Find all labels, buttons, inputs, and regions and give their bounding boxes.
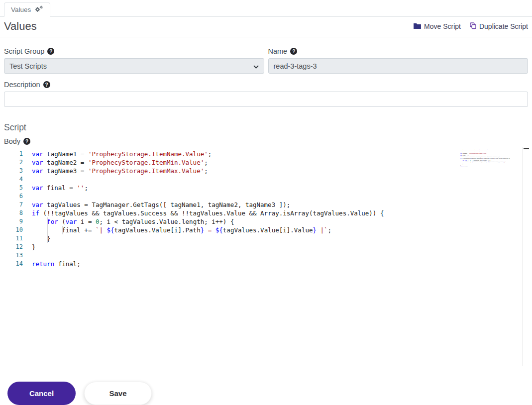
- line-number: 14: [4, 260, 23, 268]
- indent-guide: [62, 226, 63, 234]
- line-number: 9: [4, 217, 23, 226]
- script-group-field: Script Group ? Test Scripts: [4, 47, 264, 74]
- cogs-icon: [35, 5, 43, 14]
- code-editor[interactable]: 1var tagName1 = 'ProphecyStorage.ItemNam…: [4, 147, 530, 366]
- line-number: 13: [4, 251, 23, 260]
- code-line[interactable]: 4: [4, 175, 530, 184]
- description-input[interactable]: [4, 92, 528, 107]
- code-line[interactable]: 6: [4, 192, 530, 201]
- line-number: 4: [4, 175, 23, 184]
- body-label: Body: [4, 137, 20, 145]
- page-title: Values: [4, 20, 37, 33]
- tab-values[interactable]: Values: [4, 2, 50, 17]
- editor-minimap[interactable]: var tagName1 = 'ProphecyStorage.ItemName…: [460, 149, 510, 269]
- name-input[interactable]: [268, 58, 529, 74]
- code-line[interactable]: 13: [4, 251, 530, 260]
- line-number: 5: [4, 184, 23, 192]
- script-group-label-row: Script Group ?: [4, 47, 264, 55]
- code-line[interactable]: 2var tagName2 = 'ProphecyStorage.ItemMin…: [4, 158, 530, 167]
- tab-bar: Values: [0, 0, 532, 17]
- body-label-row: Body ?: [4, 137, 528, 145]
- help-icon[interactable]: ?: [290, 48, 297, 55]
- script-group-select[interactable]: Test Scripts: [4, 58, 264, 74]
- description-label-row: Description ?: [4, 81, 528, 89]
- code-line[interactable]: 12}: [4, 243, 530, 251]
- header-actions: Move Script Duplicate Script: [414, 22, 528, 31]
- page-header: Values Move Script Duplicate Script: [0, 17, 532, 37]
- duplicate-script-label: Duplicate Script: [479, 22, 528, 30]
- name-label-row: Name ?: [268, 47, 529, 55]
- overview-ruler: [523, 147, 523, 366]
- code-line[interactable]: 10 final += `| ${tagValues.Value[i].Path…: [4, 226, 530, 234]
- code-line[interactable]: 1var tagName1 = 'ProphecyStorage.ItemNam…: [4, 150, 530, 158]
- name-field-group: Name ?: [268, 47, 529, 74]
- help-icon[interactable]: ?: [23, 138, 30, 145]
- code-lines: 1var tagName1 = 'ProphecyStorage.ItemNam…: [4, 150, 530, 268]
- move-script-button[interactable]: Move Script: [414, 22, 461, 30]
- description-label: Description: [4, 81, 40, 89]
- line-number: 3: [4, 167, 23, 175]
- code-line[interactable]: 5var final = '';: [4, 184, 530, 192]
- script-group-value: Test Scripts: [9, 62, 47, 70]
- help-icon[interactable]: ?: [47, 48, 54, 55]
- cursor-position-marker: [524, 148, 529, 149]
- line-number: 11: [4, 234, 23, 243]
- code-line[interactable]: 8if (!!tagValues && tagValues.Success &&…: [4, 209, 530, 217]
- move-script-label: Move Script: [424, 22, 461, 30]
- folder-icon: [414, 22, 421, 30]
- footer-actions: Cancel Save: [7, 382, 532, 405]
- code-line[interactable]: 11 }: [4, 234, 530, 243]
- code-line[interactable]: 9 for (var i = 0; i < tagValues.Value.le…: [4, 217, 530, 226]
- cancel-button[interactable]: Cancel: [7, 382, 76, 405]
- code-line[interactable]: 7var tagValues = TagManager.GetTags([ ta…: [4, 201, 530, 209]
- line-number: 2: [4, 158, 23, 167]
- line-number: 8: [4, 209, 23, 217]
- script-group-label: Script Group: [4, 47, 44, 55]
- description-field-group: Description ?: [0, 74, 532, 107]
- code-line[interactable]: 3var tagName3 = 'ProphecyStorage.ItemMax…: [4, 167, 530, 175]
- tab-label: Values: [11, 6, 31, 13]
- line-number: 1: [4, 150, 23, 158]
- line-number: 12: [4, 243, 23, 251]
- line-number: 6: [4, 192, 23, 201]
- line-number: 7: [4, 201, 23, 209]
- script-heading: Script: [4, 122, 528, 133]
- line-number: 10: [4, 226, 23, 234]
- clone-icon: [470, 22, 476, 31]
- indent-guide: [47, 217, 48, 243]
- code-line[interactable]: 14return final;: [4, 260, 530, 268]
- duplicate-script-button[interactable]: Duplicate Script: [470, 22, 528, 31]
- minimap-lines: var tagName1 = 'ProphecyStorage.ItemName…: [460, 149, 470, 168]
- form-row: Script Group ? Test Scripts Name ?: [0, 37, 532, 74]
- help-icon[interactable]: ?: [43, 81, 50, 88]
- save-button[interactable]: Save: [84, 382, 152, 405]
- name-label: Name: [268, 47, 288, 55]
- chevron-down-icon: [253, 62, 259, 70]
